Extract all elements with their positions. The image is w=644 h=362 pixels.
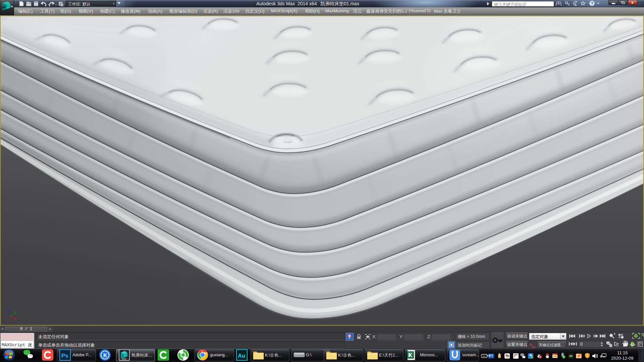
svg-text:MAX: MAX <box>122 358 127 360</box>
svg-text:Ps: Ps <box>61 353 68 359</box>
svg-text:0: 0 <box>580 342 583 347</box>
svg-text:[+]: [+] <box>2 17 7 21</box>
svg-text:K: K <box>103 353 107 358</box>
svg-text:Au: Au <box>238 353 246 359</box>
svg-text:z: z <box>8 305 10 309</box>
svg-text:?: ? <box>591 1 593 6</box>
